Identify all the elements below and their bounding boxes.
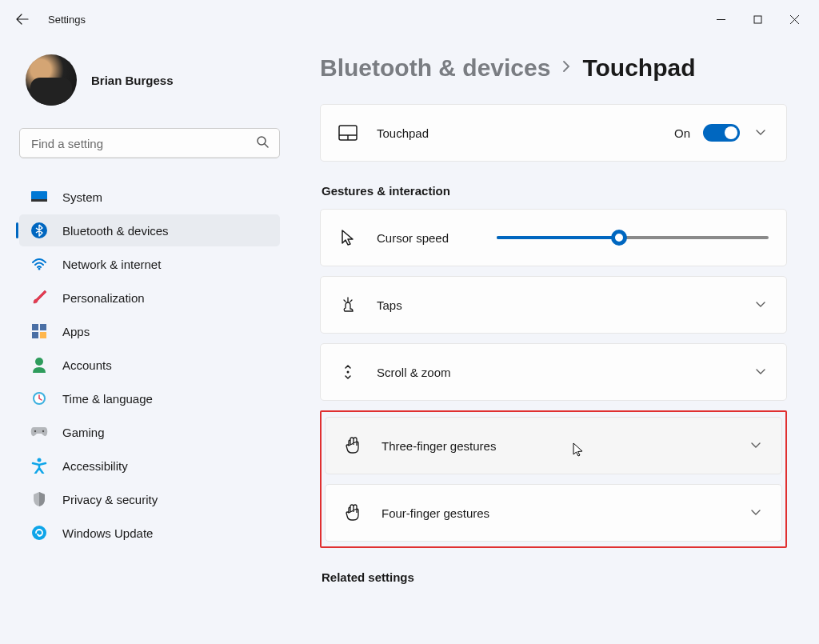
svg-point-15 bbox=[38, 458, 42, 462]
nav-bluetooth[interactable]: Bluetooth & devices bbox=[19, 214, 280, 246]
system-icon bbox=[30, 188, 48, 206]
avatar bbox=[26, 54, 77, 106]
sidebar: Brian Burgess System Bluetooth & devices… bbox=[0, 38, 296, 644]
touchpad-toggle[interactable] bbox=[703, 124, 740, 142]
apps-icon bbox=[30, 322, 48, 340]
svg-rect-8 bbox=[32, 332, 38, 338]
nav-accounts[interactable]: Accounts bbox=[19, 349, 280, 381]
nav-label: Bluetooth & devices bbox=[62, 224, 169, 238]
three-finger-label: Three-finger gestures bbox=[382, 439, 748, 453]
main-panel: Bluetooth & devices Touchpad Touchpad On… bbox=[296, 38, 819, 644]
maximize-button[interactable] bbox=[739, 6, 776, 32]
nav-label: Time & language bbox=[62, 392, 153, 406]
nav-label: Personalization bbox=[62, 291, 145, 305]
taps-label: Taps bbox=[377, 298, 753, 312]
svg-rect-9 bbox=[40, 332, 46, 338]
svg-point-13 bbox=[34, 430, 36, 432]
nav-apps[interactable]: Apps bbox=[19, 315, 280, 347]
wifi-icon bbox=[30, 255, 48, 273]
nav-network[interactable]: Network & internet bbox=[19, 248, 280, 280]
gestures-header: Gestures & interaction bbox=[322, 184, 787, 198]
accessibility-icon bbox=[30, 457, 48, 474]
nav-accessibility[interactable]: Accessibility bbox=[19, 450, 280, 482]
titlebar: Settings bbox=[0, 0, 819, 38]
taps-card[interactable]: Taps bbox=[320, 276, 787, 334]
chevron-down-icon bbox=[753, 301, 769, 309]
arrow-left-icon bbox=[16, 13, 29, 26]
profile-name: Brian Burgess bbox=[91, 74, 174, 87]
nav-system[interactable]: System bbox=[19, 181, 280, 213]
chevron-right-icon bbox=[561, 60, 571, 77]
cursor-speed-label: Cursor speed bbox=[377, 231, 449, 245]
svg-rect-7 bbox=[40, 324, 46, 330]
touchpad-label: Touchpad bbox=[377, 126, 674, 140]
svg-rect-6 bbox=[32, 324, 38, 330]
minimize-button[interactable] bbox=[702, 6, 739, 32]
chevron-down-icon bbox=[748, 442, 764, 450]
cursor-speed-card: Cursor speed bbox=[320, 209, 787, 266]
svg-point-14 bbox=[42, 430, 44, 432]
nav: System Bluetooth & devices Network & int… bbox=[19, 181, 280, 549]
nav-label: Gaming bbox=[62, 426, 105, 439]
breadcrumb-current: Touchpad bbox=[582, 54, 695, 82]
nav-label: Windows Update bbox=[62, 526, 153, 540]
close-icon bbox=[790, 15, 799, 24]
nav-label: Network & internet bbox=[62, 258, 161, 271]
nav-time[interactable]: Time & language bbox=[19, 382, 280, 414]
related-header: Related settings bbox=[322, 570, 787, 584]
nav-gaming[interactable]: Gaming bbox=[19, 416, 280, 448]
nav-personalization[interactable]: Personalization bbox=[19, 282, 280, 314]
nav-label: System bbox=[62, 190, 102, 204]
bluetooth-icon bbox=[30, 222, 48, 239]
cursor-speed-slider[interactable] bbox=[497, 230, 769, 246]
three-finger-card[interactable]: Three-finger gestures bbox=[325, 417, 782, 474]
svg-point-10 bbox=[35, 358, 43, 366]
window-title: Settings bbox=[48, 14, 86, 26]
mouse-cursor-icon bbox=[572, 442, 585, 458]
touchpad-icon bbox=[338, 125, 358, 141]
nav-label: Accounts bbox=[62, 358, 112, 372]
svg-point-5 bbox=[38, 268, 41, 270]
svg-rect-3 bbox=[31, 199, 47, 202]
breadcrumb-parent[interactable]: Bluetooth & devices bbox=[320, 54, 550, 82]
breadcrumb: Bluetooth & devices Touchpad bbox=[320, 54, 787, 82]
profile-block[interactable]: Brian Burgess bbox=[19, 54, 280, 106]
chevron-down-icon[interactable] bbox=[753, 129, 769, 137]
nav-label: Apps bbox=[62, 325, 90, 338]
update-icon bbox=[30, 524, 48, 542]
touchpad-card[interactable]: Touchpad On bbox=[320, 104, 787, 162]
chevron-down-icon bbox=[753, 368, 769, 376]
chevron-down-icon bbox=[748, 509, 764, 517]
hand-icon bbox=[343, 437, 362, 454]
clock-icon bbox=[30, 390, 48, 407]
back-button[interactable] bbox=[6, 3, 38, 35]
nav-privacy[interactable]: Privacy & security bbox=[19, 483, 280, 515]
svg-rect-0 bbox=[754, 16, 761, 23]
nav-update[interactable]: Windows Update bbox=[19, 517, 280, 549]
svg-point-16 bbox=[32, 526, 46, 540]
person-icon bbox=[30, 356, 48, 374]
maximize-icon bbox=[753, 15, 762, 24]
scroll-zoom-label: Scroll & zoom bbox=[377, 366, 753, 379]
toggle-state-label: On bbox=[674, 126, 690, 140]
search-icon bbox=[256, 135, 269, 151]
shield-icon bbox=[30, 490, 48, 508]
four-finger-card[interactable]: Four-finger gestures bbox=[325, 484, 782, 542]
brush-icon bbox=[30, 289, 48, 306]
minimize-icon bbox=[717, 15, 725, 24]
cursor-icon bbox=[338, 229, 358, 246]
hand-icon bbox=[343, 504, 362, 522]
close-button[interactable] bbox=[776, 6, 813, 32]
nav-label: Privacy & security bbox=[62, 493, 158, 506]
highlighted-region: Three-finger gestures Four-finger gestur… bbox=[320, 410, 787, 548]
scroll-icon bbox=[338, 363, 358, 381]
svg-point-20 bbox=[347, 371, 350, 374]
search-input[interactable] bbox=[19, 128, 280, 158]
four-finger-label: Four-finger gestures bbox=[382, 506, 748, 520]
tap-icon bbox=[338, 296, 358, 314]
nav-label: Accessibility bbox=[62, 459, 128, 473]
search-wrap bbox=[19, 128, 280, 158]
gamepad-icon bbox=[30, 423, 48, 441]
scroll-zoom-card[interactable]: Scroll & zoom bbox=[320, 343, 787, 401]
